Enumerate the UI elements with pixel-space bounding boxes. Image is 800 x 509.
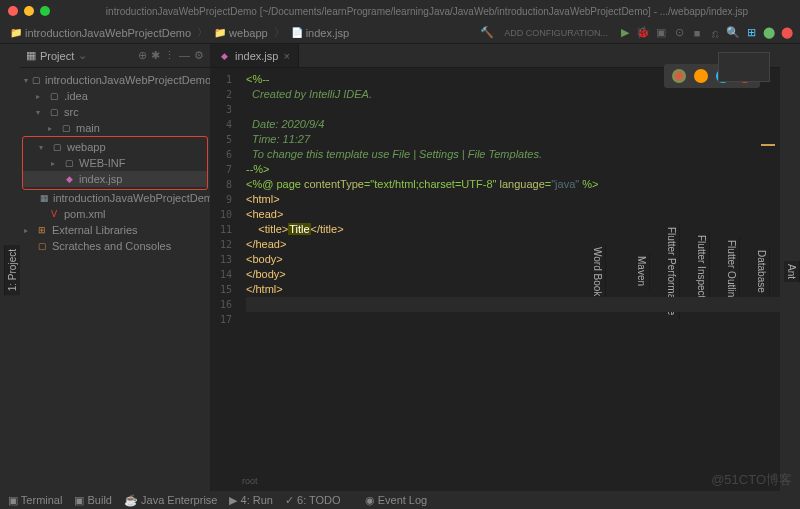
project-sidebar: ▦ Project ⌄ ⊕ ✱ ⋮ — ⚙ ▾▢introductionJava… <box>20 44 210 491</box>
collapse-icon[interactable]: ✱ <box>151 49 160 62</box>
tree-extlib[interactable]: ▸⊞External Libraries <box>20 222 210 238</box>
update-icon[interactable]: ⬤ <box>780 26 794 40</box>
grid-icon[interactable]: ⊞ <box>744 26 758 40</box>
chevron-down-icon[interactable]: ⌄ <box>78 49 87 62</box>
tree-webinf[interactable]: ▸▢WEB-INF <box>23 155 207 171</box>
code-editor[interactable]: 1234567891011121314151617 <%-- Created b… <box>210 68 780 491</box>
breadcrumb-hint: root <box>242 474 258 489</box>
tree-src[interactable]: ▾▢src <box>20 104 210 120</box>
chevron-right-icon: 〉 <box>197 25 208 40</box>
breadcrumb-file[interactable]: 📄 index.jsp <box>287 25 353 41</box>
window-title: introductionJavaWebProjectDemo [~/Docume… <box>62 6 792 17</box>
breadcrumb-label: webapp <box>229 27 268 39</box>
tree-label: pom.xml <box>64 208 106 220</box>
tool-terminal[interactable]: ▣ Terminal <box>8 494 62 507</box>
add-configuration-button[interactable]: ADD CONFIGURATION... <box>498 26 614 40</box>
close-icon[interactable]: × <box>283 50 289 62</box>
tree-label: External Libraries <box>52 224 138 236</box>
tree-label: introductionJavaWebProjectDemo.iml <box>53 192 210 204</box>
breadcrumb-project[interactable]: 📁 introductionJavaWebProjectDemo <box>6 25 195 41</box>
tab-label: index.jsp <box>235 50 278 62</box>
window-controls <box>8 6 50 16</box>
titlebar: introductionJavaWebProjectDemo [~/Docume… <box>0 0 800 22</box>
minimize-window-icon[interactable] <box>24 6 34 16</box>
warning-stripe <box>761 144 775 146</box>
tree-label: .idea <box>64 90 88 102</box>
tree-label: introductionJavaWebProjectDemo ~/Docum <box>45 74 210 86</box>
chrome-icon[interactable] <box>672 69 686 83</box>
breadcrumb-label: index.jsp <box>306 27 349 39</box>
run-icon[interactable]: ▶ <box>618 26 632 40</box>
git-icon[interactable]: ⎌ <box>708 26 722 40</box>
tree-idea[interactable]: ▸▢.idea <box>20 88 210 104</box>
target-icon[interactable]: ⊕ <box>138 49 147 62</box>
tool-ant[interactable]: Ant <box>784 261 800 282</box>
tree-label: main <box>76 122 100 134</box>
breadcrumb-folder[interactable]: 📁 webapp <box>210 25 272 41</box>
bottom-tool-strip: ▣ Terminal ▣ Build ☕ Java Enterprise ▶ 4… <box>0 491 800 509</box>
navigation-bar: 📁 introductionJavaWebProjectDemo 〉 📁 web… <box>0 22 800 44</box>
tree-webapp[interactable]: ▾▢webapp <box>23 139 207 155</box>
debug-icon[interactable]: 🐞 <box>636 26 650 40</box>
tree-scratches[interactable]: ▢Scratches and Consoles <box>20 238 210 254</box>
editor-area: ◆index.jsp× 1234567891011121314151617 <%… <box>210 44 780 491</box>
gear-icon[interactable]: ⚙ <box>194 49 204 62</box>
close-window-icon[interactable] <box>8 6 18 16</box>
project-icon: ▦ <box>26 49 36 62</box>
stop-icon[interactable]: ■ <box>690 26 704 40</box>
tool-run[interactable]: ▶ 4: Run <box>229 494 272 507</box>
search-icon[interactable]: 🔍 <box>726 26 740 40</box>
code-content[interactable]: <%-- Created by IntelliJ IDEA. Date: 202… <box>238 68 780 491</box>
tree-pom[interactable]: Ⅴpom.xml <box>20 206 210 222</box>
chevron-right-icon: 〉 <box>274 25 285 40</box>
divider-icon: ⋮ <box>164 49 175 62</box>
tree-label: WEB-INF <box>79 157 125 169</box>
breadcrumb-label: introductionJavaWebProjectDemo <box>25 27 191 39</box>
tree-label: src <box>64 106 79 118</box>
firefox-icon[interactable] <box>694 69 708 83</box>
tab-indexjsp[interactable]: ◆index.jsp× <box>210 44 299 67</box>
watermark: @51CTO博客 <box>711 471 792 489</box>
tree-indexjsp[interactable]: ◆index.jsp <box>23 171 207 187</box>
maximize-window-icon[interactable] <box>40 6 50 16</box>
sidebar-header: ▦ Project ⌄ ⊕ ✱ ⋮ — ⚙ <box>20 44 210 68</box>
event-log-button[interactable]: ◉ Event Log <box>365 494 428 507</box>
profile-icon[interactable]: ⊙ <box>672 26 686 40</box>
tree-label: Scratches and Consoles <box>52 240 171 252</box>
tree-iml[interactable]: ▦introductionJavaWebProjectDemo.iml <box>20 190 210 206</box>
right-tool-strip: Ant Database Flutter Outline Flutter Ins… <box>780 44 800 491</box>
tool-java-enterprise[interactable]: ☕ Java Enterprise <box>124 494 218 507</box>
project-tree: ▾▢introductionJavaWebProjectDemo ~/Docum… <box>20 68 210 258</box>
hide-icon[interactable]: — <box>179 49 190 62</box>
tool-todo[interactable]: ✓ 6: TODO <box>285 494 341 507</box>
tree-main[interactable]: ▸▢main <box>20 120 210 136</box>
tool-project[interactable]: 1: Project <box>4 245 20 295</box>
left-tool-strip: 1: Project 2: Favorites Web 7: Structure <box>0 44 20 491</box>
tool-build[interactable]: ▣ Build <box>74 494 112 507</box>
sidebar-title: Project <box>40 50 74 62</box>
commit-icon[interactable]: ⬤ <box>762 26 776 40</box>
coverage-icon[interactable]: ▣ <box>654 26 668 40</box>
tree-root[interactable]: ▾▢introductionJavaWebProjectDemo ~/Docum <box>20 72 210 88</box>
tree-label: index.jsp <box>79 173 122 185</box>
build-icon[interactable]: 🔨 <box>480 26 494 40</box>
highlight-box: ▾▢webapp ▸▢WEB-INF ◆index.jsp <box>22 136 208 190</box>
tree-label: webapp <box>67 141 106 153</box>
minimap[interactable] <box>718 52 770 82</box>
line-gutter: 1234567891011121314151617 <box>210 68 238 491</box>
